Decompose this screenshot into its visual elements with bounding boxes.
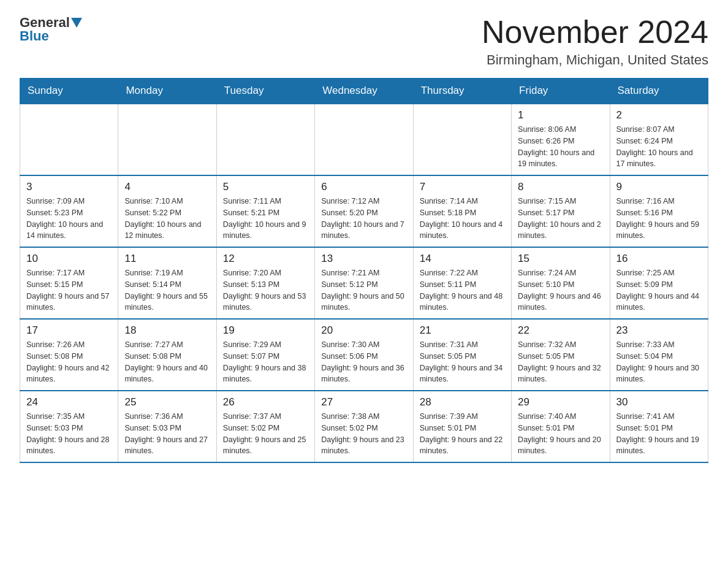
day-info: Sunrise: 7:16 AM Sunset: 5:16 PM Dayligh… <box>616 196 702 242</box>
day-info: Sunrise: 8:06 AM Sunset: 6:26 PM Dayligh… <box>518 124 603 170</box>
day-info: Sunrise: 7:32 AM Sunset: 5:05 PM Dayligh… <box>518 339 603 385</box>
day-info: Sunrise: 7:33 AM Sunset: 5:04 PM Dayligh… <box>616 339 702 385</box>
day-number: 17 <box>26 324 112 337</box>
day-number: 12 <box>223 253 308 265</box>
day-info: Sunrise: 7:38 AM Sunset: 5:02 PM Dayligh… <box>321 411 406 457</box>
day-info: Sunrise: 7:21 AM Sunset: 5:12 PM Dayligh… <box>321 267 406 313</box>
calendar-cell: 2Sunrise: 8:07 AM Sunset: 6:24 PM Daylig… <box>610 104 708 175</box>
logo: General Blue <box>20 15 82 44</box>
day-number: 5 <box>223 181 308 193</box>
day-info: Sunrise: 7:29 AM Sunset: 5:07 PM Dayligh… <box>223 339 308 385</box>
day-info: Sunrise: 7:20 AM Sunset: 5:13 PM Dayligh… <box>223 267 308 313</box>
calendar-cell: 14Sunrise: 7:22 AM Sunset: 5:11 PM Dayli… <box>413 247 511 319</box>
calendar-cell <box>20 104 118 175</box>
calendar-cell: 25Sunrise: 7:36 AM Sunset: 5:03 PM Dayli… <box>118 391 216 462</box>
calendar-header-friday: Friday <box>512 79 610 104</box>
calendar-cell: 11Sunrise: 7:19 AM Sunset: 5:14 PM Dayli… <box>118 247 216 319</box>
day-info: Sunrise: 7:35 AM Sunset: 5:03 PM Dayligh… <box>26 411 112 457</box>
logo-blue-text: Blue <box>20 28 49 44</box>
calendar-header-monday: Monday <box>118 79 216 104</box>
calendar-cell: 15Sunrise: 7:24 AM Sunset: 5:10 PM Dayli… <box>512 247 610 319</box>
svg-marker-0 <box>71 18 82 28</box>
day-number: 6 <box>321 181 406 193</box>
calendar-cell: 8Sunrise: 7:15 AM Sunset: 5:17 PM Daylig… <box>512 175 610 247</box>
day-number: 22 <box>518 324 603 337</box>
calendar-cell: 10Sunrise: 7:17 AM Sunset: 5:15 PM Dayli… <box>20 247 118 319</box>
calendar-cell <box>118 104 216 175</box>
day-info: Sunrise: 7:37 AM Sunset: 5:02 PM Dayligh… <box>223 411 308 457</box>
day-number: 3 <box>26 181 112 193</box>
day-number: 1 <box>518 109 603 121</box>
day-info: Sunrise: 7:22 AM Sunset: 5:11 PM Dayligh… <box>420 267 505 313</box>
logo-triangle-icon <box>71 18 82 29</box>
day-number: 23 <box>616 324 702 337</box>
calendar-cell: 6Sunrise: 7:12 AM Sunset: 5:20 PM Daylig… <box>315 175 413 247</box>
day-number: 27 <box>321 396 406 408</box>
day-number: 4 <box>124 181 210 193</box>
calendar-cell: 20Sunrise: 7:30 AM Sunset: 5:06 PM Dayli… <box>315 319 413 391</box>
calendar-table: SundayMondayTuesdayWednesdayThursdayFrid… <box>20 78 708 463</box>
calendar-cell <box>315 104 413 175</box>
day-info: Sunrise: 8:07 AM Sunset: 6:24 PM Dayligh… <box>616 124 702 170</box>
day-info: Sunrise: 7:26 AM Sunset: 5:08 PM Dayligh… <box>26 339 112 385</box>
day-number: 9 <box>616 181 702 193</box>
calendar-header-row: SundayMondayTuesdayWednesdayThursdayFrid… <box>20 79 708 104</box>
day-info: Sunrise: 7:25 AM Sunset: 5:09 PM Dayligh… <box>616 267 702 313</box>
calendar-header-saturday: Saturday <box>610 79 708 104</box>
day-info: Sunrise: 7:12 AM Sunset: 5:20 PM Dayligh… <box>321 196 406 242</box>
calendar-week-row: 17Sunrise: 7:26 AM Sunset: 5:08 PM Dayli… <box>20 319 708 391</box>
day-number: 29 <box>518 396 603 408</box>
day-number: 19 <box>223 324 308 337</box>
calendar-cell <box>413 104 511 175</box>
day-info: Sunrise: 7:39 AM Sunset: 5:01 PM Dayligh… <box>420 411 505 457</box>
calendar-cell: 5Sunrise: 7:11 AM Sunset: 5:21 PM Daylig… <box>216 175 314 247</box>
month-title: November 2024 <box>482 15 708 50</box>
calendar-header-tuesday: Tuesday <box>216 79 314 104</box>
day-info: Sunrise: 7:36 AM Sunset: 5:03 PM Dayligh… <box>124 411 210 457</box>
day-info: Sunrise: 7:24 AM Sunset: 5:10 PM Dayligh… <box>518 267 603 313</box>
day-number: 25 <box>124 396 210 408</box>
day-number: 26 <box>223 396 308 408</box>
day-info: Sunrise: 7:11 AM Sunset: 5:21 PM Dayligh… <box>223 196 308 242</box>
day-number: 20 <box>321 324 406 337</box>
day-info: Sunrise: 7:31 AM Sunset: 5:05 PM Dayligh… <box>420 339 505 385</box>
day-number: 21 <box>420 324 505 337</box>
calendar-header-sunday: Sunday <box>20 79 118 104</box>
location-title: Birmingham, Michigan, United States <box>482 52 708 68</box>
day-info: Sunrise: 7:27 AM Sunset: 5:08 PM Dayligh… <box>124 339 210 385</box>
day-number: 14 <box>420 253 505 265</box>
day-number: 24 <box>26 396 112 408</box>
day-info: Sunrise: 7:14 AM Sunset: 5:18 PM Dayligh… <box>420 196 505 242</box>
calendar-cell: 21Sunrise: 7:31 AM Sunset: 5:05 PM Dayli… <box>413 319 511 391</box>
calendar-week-row: 1Sunrise: 8:06 AM Sunset: 6:26 PM Daylig… <box>20 104 708 175</box>
calendar-cell: 24Sunrise: 7:35 AM Sunset: 5:03 PM Dayli… <box>20 391 118 462</box>
day-info: Sunrise: 7:17 AM Sunset: 5:15 PM Dayligh… <box>26 267 112 313</box>
day-number: 7 <box>420 181 505 193</box>
calendar-cell: 29Sunrise: 7:40 AM Sunset: 5:01 PM Dayli… <box>512 391 610 462</box>
day-number: 16 <box>616 253 702 265</box>
day-number: 30 <box>616 396 702 408</box>
day-number: 28 <box>420 396 505 408</box>
day-info: Sunrise: 7:41 AM Sunset: 5:01 PM Dayligh… <box>616 411 702 457</box>
calendar-header-wednesday: Wednesday <box>315 79 413 104</box>
calendar-week-row: 24Sunrise: 7:35 AM Sunset: 5:03 PM Dayli… <box>20 391 708 462</box>
day-number: 2 <box>616 109 702 121</box>
calendar-cell: 9Sunrise: 7:16 AM Sunset: 5:16 PM Daylig… <box>610 175 708 247</box>
calendar-cell: 27Sunrise: 7:38 AM Sunset: 5:02 PM Dayli… <box>315 391 413 462</box>
calendar-cell: 26Sunrise: 7:37 AM Sunset: 5:02 PM Dayli… <box>216 391 314 462</box>
calendar-cell: 18Sunrise: 7:27 AM Sunset: 5:08 PM Dayli… <box>118 319 216 391</box>
calendar-cell <box>216 104 314 175</box>
day-info: Sunrise: 7:09 AM Sunset: 5:23 PM Dayligh… <box>26 196 112 242</box>
calendar-cell: 12Sunrise: 7:20 AM Sunset: 5:13 PM Dayli… <box>216 247 314 319</box>
day-info: Sunrise: 7:19 AM Sunset: 5:14 PM Dayligh… <box>124 267 210 313</box>
day-number: 15 <box>518 253 603 265</box>
calendar-cell: 23Sunrise: 7:33 AM Sunset: 5:04 PM Dayli… <box>610 319 708 391</box>
calendar-cell: 1Sunrise: 8:06 AM Sunset: 6:26 PM Daylig… <box>512 104 610 175</box>
day-info: Sunrise: 7:15 AM Sunset: 5:17 PM Dayligh… <box>518 196 603 242</box>
title-block: November 2024 Birmingham, Michigan, Unit… <box>482 15 708 68</box>
day-number: 11 <box>124 253 210 265</box>
day-info: Sunrise: 7:10 AM Sunset: 5:22 PM Dayligh… <box>124 196 210 242</box>
calendar-cell: 3Sunrise: 7:09 AM Sunset: 5:23 PM Daylig… <box>20 175 118 247</box>
day-number: 10 <box>26 253 112 265</box>
day-info: Sunrise: 7:40 AM Sunset: 5:01 PM Dayligh… <box>518 411 603 457</box>
